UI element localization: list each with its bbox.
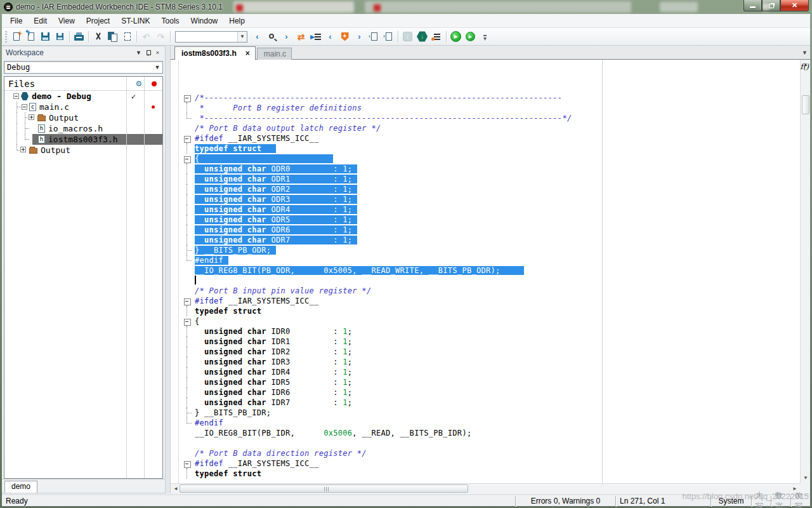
fold-box-icon[interactable] [180,133,195,144]
code-line: unsigned char ODR3 : 1; [171,194,800,204]
tree-item-io-macros-h[interactable]: hio_macros.h [4,123,162,134]
make-button[interactable] [429,30,444,44]
tree-item-output[interactable]: Output [4,145,162,156]
workspace-close-button[interactable]: × [153,48,162,57]
paste-button[interactable] [120,30,134,44]
tree-item-output[interactable]: Output [4,112,162,123]
workspace-menu-button[interactable]: ▼ [134,48,143,57]
configuration-selector[interactable]: Debug ▼ [4,61,163,74]
copy-button[interactable] [105,30,120,44]
menu-file[interactable]: File [4,15,28,27]
vertical-scroll-thumb[interactable] [802,95,809,114]
horizontal-scroll-thumb[interactable] [180,485,468,493]
fold-box-icon[interactable] [180,458,195,469]
scroll-down-icon[interactable]: ▼ [801,473,811,483]
code-line [171,276,800,286]
code-line: #ifdef __IAR_SYSTEMS_ICC__ [171,133,800,144]
workspace-pin-button[interactable] [143,48,153,57]
tree-item-main-c[interactable]: cmain.c [4,102,162,112]
menu-st-link[interactable]: ST-LINK [115,15,155,27]
fold-box-icon[interactable] [180,316,195,326]
code-line: typedef struct [171,469,800,479]
fold-v-icon [180,398,195,408]
cut-button[interactable] [91,30,105,44]
undo-button[interactable]: ↶ [139,30,154,44]
print-button[interactable] [72,30,86,44]
find-button[interactable] [265,30,279,44]
find-next-button[interactable]: › [279,30,294,44]
previous-bookmark-button[interactable]: ‹ [323,30,337,44]
go-to-definition-button[interactable]: ▸ [308,30,323,44]
fold-v-icon [180,184,195,194]
tree-item-label: io_macros.h [47,124,104,133]
next-bookmark-button[interactable]: › [352,30,367,44]
save-button[interactable] [38,30,53,44]
fold-v-icon [180,306,195,316]
close-button[interactable]: ✕ [780,0,809,11]
tab-close-icon[interactable]: × [246,49,250,58]
code-line: /* Port B data output latch register */ [171,123,800,133]
code-line: unsigned char ODR6 : 1; [171,225,800,235]
download-and-debug-icon: ▶ [450,31,461,42]
fold-margin [180,276,195,286]
menu-help[interactable]: Help [223,15,251,27]
minimize-button[interactable] [743,0,762,11]
next-document-button[interactable]: › [381,30,396,44]
fold-margin [180,438,195,448]
fold-v-icon [180,377,195,387]
download-active-button[interactable]: ↓ [415,30,429,44]
tree-connector [13,102,21,112]
download-and-debug-button[interactable]: ▶ [449,30,463,44]
open-document-button[interactable]: ↰ [23,30,38,44]
vertical-scrollbar[interactable]: ▲ ▼ [800,60,810,483]
expander-minus-icon[interactable] [22,104,27,110]
find-combobox[interactable]: ▼ [175,31,247,43]
function-list-button[interactable]: f() [800,62,809,71]
restore-icon [769,4,774,8]
panel-splitter[interactable] [166,46,171,493]
new-document-button[interactable]: + [9,30,23,44]
tree-item-demo-debug[interactable]: demo - Debug✓ [4,91,162,102]
fold-box-icon[interactable] [180,93,195,103]
tab-main-c[interactable]: main.c [257,48,292,60]
menu-edit[interactable]: Edit [28,15,53,27]
title-bar[interactable]: demo - IAR Embedded Workbench IDE - STM8… [0,0,812,14]
menu-window[interactable]: Window [185,15,224,27]
toolbar-overflow-button[interactable]: ▾ [478,30,492,44]
workspace-files-tree[interactable]: Files ⚙ demo - Debug✓cmain.cOutputhio_ma… [4,76,163,479]
workspace-tab-strip: demo [2,479,165,493]
close-icon: ✕ [792,1,797,10]
redo-button[interactable]: ↷ [154,30,168,44]
workspace-tab-demo[interactable]: demo [4,481,37,493]
tree-item-iostm8s003f3-h[interactable]: hiostm8s003f3.h [4,134,162,145]
restore-button[interactable] [762,0,780,11]
expander-plus-icon[interactable] [29,114,34,120]
tab-list-button[interactable]: ▼ [802,50,808,56]
fold-margin [180,448,195,458]
expander-minus-icon[interactable] [13,93,19,99]
code-line: unsigned char ODR7 : 1; [171,235,800,245]
toggle-bookmark-button[interactable]: + [337,30,352,44]
download-button[interactable]: ↓ [400,30,415,44]
code-line: unsigned char ODR5 : 1; [171,215,800,225]
previous-document-button[interactable]: ‹ [367,30,381,44]
navigate-swap-button[interactable]: ⇄ [294,30,308,44]
tab-iostm8s003f3[interactable]: iostm8s003f3.h × [174,46,256,60]
find-previous-button[interactable]: ‹ [250,30,265,44]
save-all-button[interactable] [53,30,67,44]
toolbar-separator [88,31,89,43]
debug-without-downloading-button[interactable]: ▶ [463,30,478,44]
menu-view[interactable]: View [53,15,81,27]
print-icon [74,32,84,41]
cut-icon [94,32,102,41]
redo-icon: ↷ [157,32,165,42]
menu-project[interactable]: Project [81,15,115,27]
fold-box-icon[interactable] [180,154,195,164]
menu-tools[interactable]: Tools [156,15,185,27]
settings-gear-icon: ⚙ [136,78,141,88]
files-tree-header: Files ⚙ [4,77,162,91]
expander-plus-icon[interactable] [20,147,26,152]
toolbar-grip[interactable] [5,31,7,43]
code-editor[interactable]: /*--------------------------------------… [171,60,800,483]
fold-box-icon[interactable] [180,296,195,306]
